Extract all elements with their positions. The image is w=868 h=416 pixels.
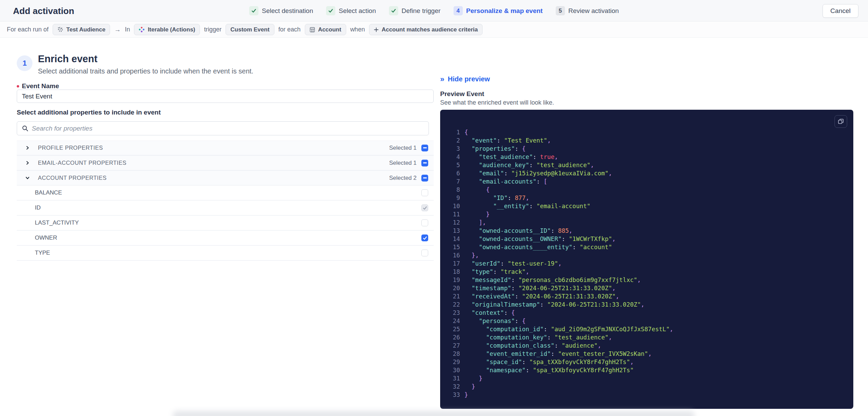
line-number: 17 bbox=[440, 259, 460, 268]
code-line: 20 "timestamp": "2024-06-25T21:31:33.020… bbox=[440, 284, 853, 292]
property-checkbox[interactable] bbox=[421, 189, 428, 196]
chip-label: Account bbox=[318, 26, 341, 33]
line-number: 18 bbox=[440, 268, 460, 276]
sentence-text: trigger bbox=[204, 26, 221, 33]
section-title: Enrich event bbox=[38, 53, 253, 65]
code-line: 10 "__entity": "email-account" bbox=[440, 202, 853, 210]
line-content: "originalTimestamp": "2024-06-25T21:31:3… bbox=[460, 300, 645, 309]
chip-test-audience[interactable]: Test Audience bbox=[53, 24, 110, 35]
line-content: "owned-accounts____entity": "account" bbox=[460, 243, 612, 251]
chip-iterable-actions-[interactable]: Iterable (Actions) bbox=[134, 24, 200, 35]
copy-button[interactable] bbox=[835, 115, 847, 128]
copy-icon bbox=[838, 119, 844, 124]
search-input[interactable] bbox=[32, 122, 429, 135]
property-row-last-activity[interactable]: LAST_ACTIVITY bbox=[17, 216, 434, 231]
line-number: 6 bbox=[440, 169, 460, 177]
stepper-step-3[interactable]: Define trigger bbox=[389, 6, 440, 15]
line-number: 29 bbox=[440, 358, 460, 366]
line-content: "receivedAt": "2024-06-25T21:31:33.020Z"… bbox=[460, 292, 619, 300]
line-content: "namespace": "spa_tXXbfoyvCkY8rF47ghH2Ts… bbox=[460, 366, 634, 374]
line-number: 33 bbox=[440, 391, 460, 399]
group-select-all-checkbox[interactable] bbox=[421, 175, 428, 182]
preview-subtitle: See what the enriched event will look li… bbox=[440, 99, 554, 106]
chip-custom-event[interactable]: Custom Event bbox=[226, 24, 274, 35]
code-line: 7 "email-accounts": [ bbox=[440, 177, 853, 186]
line-content: { bbox=[460, 128, 468, 136]
check-icon bbox=[389, 6, 398, 15]
code-line: 2 "event": "Test Event", bbox=[440, 136, 853, 145]
line-number: 26 bbox=[440, 333, 460, 341]
cancel-button[interactable]: Cancel bbox=[823, 4, 858, 18]
line-content: { bbox=[460, 186, 490, 194]
code-line: 16 }, bbox=[440, 251, 853, 259]
code-line: 4 "test_audience": true, bbox=[440, 153, 853, 161]
required-dot-icon bbox=[17, 85, 19, 88]
line-number: 24 bbox=[440, 317, 460, 325]
property-row-id[interactable]: ID bbox=[17, 201, 434, 216]
property-group-email-account-properties[interactable]: EMAIL-ACCOUNT PROPERTIESSelected 1 bbox=[17, 156, 434, 171]
property-checkbox bbox=[421, 204, 428, 211]
line-content: "email": "j15i2ysedp@k1euxaIVia.com", bbox=[460, 169, 612, 177]
line-number: 11 bbox=[440, 210, 460, 218]
chip-account-matches-audience-criteria[interactable]: Account matches audience criteria bbox=[369, 24, 483, 35]
event-name-label: Event Name bbox=[17, 82, 59, 90]
property-checkbox[interactable] bbox=[421, 250, 428, 256]
code-line: 13 "owned-accounts__ID": 885, bbox=[440, 227, 853, 235]
code-line: 8 { bbox=[440, 186, 853, 194]
code-line: 15 "owned-accounts____entity": "account" bbox=[440, 243, 853, 251]
hide-preview-link[interactable]: » Hide preview bbox=[440, 75, 490, 83]
code-line: 19 "messageId": "personas_cb6zdbo6im9g7x… bbox=[440, 276, 853, 284]
chip-label: Account matches audience criteria bbox=[382, 26, 478, 33]
line-number: 2 bbox=[440, 136, 460, 145]
selected-count: Selected 1 bbox=[389, 160, 417, 166]
line-content: "properties": { bbox=[460, 145, 526, 153]
line-content: } bbox=[460, 383, 475, 391]
chevron-right-icon bbox=[17, 146, 38, 150]
stepper-step-2[interactable]: Select action bbox=[326, 6, 376, 15]
property-row-owner[interactable]: OWNER bbox=[17, 231, 434, 246]
line-content: } bbox=[460, 391, 468, 399]
stepper-step-4[interactable]: 4Personalize & map event bbox=[453, 6, 543, 15]
group-select-all-checkbox[interactable] bbox=[421, 160, 428, 166]
chevron-down-icon bbox=[17, 176, 38, 180]
code-line: 1{ bbox=[440, 128, 853, 136]
line-number: 23 bbox=[440, 309, 460, 317]
property-row-type[interactable]: TYPE bbox=[17, 246, 434, 261]
stepper-step-1[interactable]: Select destination bbox=[249, 6, 313, 15]
step-number-badge: 1 bbox=[17, 55, 32, 71]
property-row-balance[interactable]: BALANCE bbox=[17, 186, 434, 201]
line-number: 22 bbox=[440, 300, 460, 309]
sentence-text: For each run of bbox=[7, 26, 49, 33]
code-line: 3 "properties": { bbox=[440, 145, 853, 153]
code-line: 23 "context": { bbox=[440, 309, 853, 317]
line-number: 10 bbox=[440, 202, 460, 210]
line-number: 13 bbox=[440, 227, 460, 235]
property-checkbox[interactable] bbox=[421, 219, 428, 226]
property-checkbox[interactable] bbox=[421, 234, 428, 241]
property-label: OWNER bbox=[17, 234, 421, 241]
line-content: } bbox=[460, 374, 483, 383]
line-content: ], bbox=[460, 218, 486, 227]
line-number: 28 bbox=[440, 350, 460, 358]
property-label: ID bbox=[17, 204, 421, 211]
property-group-account-properties[interactable]: ACCOUNT PROPERTIESSelected 2 bbox=[17, 171, 434, 186]
table-icon bbox=[310, 27, 315, 32]
selected-count: Selected 1 bbox=[389, 145, 417, 151]
line-content: "computation_key": "test_audience", bbox=[460, 333, 612, 341]
event-name-input[interactable] bbox=[17, 90, 434, 103]
line-content: "userId": "test-user-19", bbox=[460, 259, 562, 268]
step-label: Define trigger bbox=[402, 7, 440, 15]
line-content: "owned-accounts__ID": 885, bbox=[460, 227, 572, 235]
group-select-all-checkbox[interactable] bbox=[421, 145, 428, 151]
property-list: PROFILE PROPERTIESSelected 1EMAIL-ACCOUN… bbox=[17, 140, 434, 261]
event-preview-code-panel: 1{2 "event": "Test Event",3 "properties"… bbox=[440, 110, 853, 409]
line-content: "ID": 877, bbox=[460, 194, 529, 202]
step-label: Select action bbox=[339, 7, 376, 15]
property-group-profile-properties[interactable]: PROFILE PROPERTIESSelected 1 bbox=[17, 140, 434, 156]
line-content: "owned-accounts__OWNER": "1WCWrTXfkp", bbox=[460, 235, 616, 243]
stepper-step-5[interactable]: 5Review activation bbox=[556, 6, 619, 15]
chip-account[interactable]: Account bbox=[305, 24, 346, 35]
line-content: "email-accounts": [ bbox=[460, 177, 547, 186]
line-number: 9 bbox=[440, 194, 460, 202]
group-label: ACCOUNT PROPERTIES bbox=[38, 175, 389, 181]
